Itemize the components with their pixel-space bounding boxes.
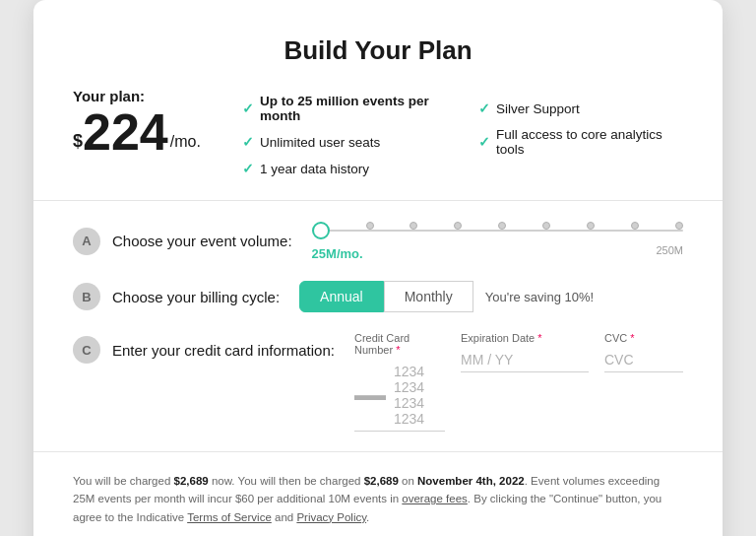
check-icon: ✓ bbox=[242, 134, 254, 150]
required-star: * bbox=[396, 344, 400, 356]
price-amount: 224 bbox=[83, 106, 168, 158]
section-c-label-group: C Enter your credit card information: bbox=[73, 332, 335, 364]
step-badge-a: A bbox=[73, 228, 100, 255]
billing-annual-button[interactable]: Annual bbox=[299, 281, 384, 312]
step-badge-b: B bbox=[73, 283, 100, 310]
feature-text: 1 year data history bbox=[260, 162, 369, 176]
slider-dot-5[interactable] bbox=[542, 222, 550, 230]
slider-dot-1[interactable] bbox=[366, 222, 374, 230]
feature-item: ✓ Unlimited user seats bbox=[242, 127, 447, 157]
slider-dot-4[interactable] bbox=[498, 222, 506, 230]
section-divider bbox=[33, 200, 723, 201]
cc-number-placeholder: 1234 1234 1234 1234 bbox=[394, 364, 445, 427]
event-volume-label: Choose your event volume: bbox=[112, 233, 292, 249]
event-volume-section: A Choose your event volume: bbox=[73, 221, 683, 261]
event-volume-slider[interactable]: 25M/mo. 250M bbox=[312, 221, 683, 261]
required-star: * bbox=[537, 332, 541, 344]
terms-of-service-link[interactable]: Terms of Service bbox=[187, 511, 272, 523]
slider-dot-2[interactable] bbox=[410, 222, 417, 230]
billing-toggle: Annual Monthly You're saving 10%! bbox=[299, 281, 594, 312]
currency-symbol: $ bbox=[73, 132, 83, 150]
cc-cvc-label: CVC * bbox=[604, 332, 683, 344]
feature-item: ✓ Full access to core analytics tools bbox=[478, 127, 683, 157]
feature-text: Silver Support bbox=[496, 101, 580, 116]
plan-features: ✓ Up to 25 million events per month ✓ Si… bbox=[242, 88, 683, 176]
slider-dot-8[interactable] bbox=[675, 222, 683, 230]
credit-card-label: Enter your credit card information: bbox=[112, 342, 335, 359]
plan-label: Your plan: bbox=[73, 88, 211, 104]
step-badge-c: C bbox=[73, 336, 100, 364]
slider-dot-3[interactable] bbox=[454, 222, 462, 230]
cc-expiration-group: Expiration Date * MM / YY bbox=[461, 332, 589, 432]
plan-price: $ 224 /mo. bbox=[73, 106, 211, 158]
billing-cycle-section: B Choose your billing cycle: Annual Mont… bbox=[73, 281, 683, 312]
billing-cycle-label: Choose your billing cycle: bbox=[112, 289, 280, 305]
feature-text: Unlimited user seats bbox=[260, 135, 380, 150]
cc-number-label: Credit Card Number * bbox=[354, 332, 445, 356]
cc-fields-container: Credit Card Number * ▬▬ 1234 1234 1234 1… bbox=[354, 332, 683, 432]
cc-exp-label: Expiration Date * bbox=[461, 332, 589, 344]
feature-text: Up to 25 million events per month bbox=[260, 94, 447, 123]
cc-number-input[interactable]: ▬▬ 1234 1234 1234 1234 bbox=[354, 360, 445, 432]
privacy-policy-link[interactable]: Privacy Policy bbox=[296, 511, 366, 523]
cc-exp-placeholder: MM / YY bbox=[461, 352, 513, 368]
slider-dot-6[interactable] bbox=[587, 222, 595, 230]
notice-text: You will be charged $2,689 now. You will… bbox=[73, 472, 683, 526]
price-period: /mo. bbox=[170, 134, 201, 150]
saving-badge: You're saving 10%! bbox=[485, 290, 594, 304]
plan-price-block: Your plan: $ 224 /mo. bbox=[73, 88, 211, 158]
check-icon: ✓ bbox=[478, 134, 490, 150]
required-star: * bbox=[630, 332, 634, 344]
feature-text: Full access to core analytics tools bbox=[496, 127, 683, 157]
plan-summary: Your plan: $ 224 /mo. ✓ Up to 25 million… bbox=[73, 88, 683, 176]
section-a-label-group: A Choose your event volume: bbox=[73, 228, 292, 255]
section-b-label-group: B Choose your billing cycle: bbox=[73, 283, 280, 310]
billing-monthly-button[interactable]: Monthly bbox=[384, 281, 473, 312]
credit-card-icon: ▬▬ bbox=[354, 386, 386, 404]
cc-cvc-input[interactable]: CVC bbox=[604, 348, 683, 372]
feature-item: ✓ 1 year data history bbox=[242, 161, 447, 176]
credit-card-section: C Enter your credit card information: Cr… bbox=[73, 332, 683, 432]
check-icon: ✓ bbox=[242, 100, 254, 116]
cc-number-group: Credit Card Number * ▬▬ 1234 1234 1234 1… bbox=[354, 332, 445, 432]
slider-dot-7[interactable] bbox=[631, 222, 639, 230]
feature-item: ✓ Silver Support bbox=[478, 94, 683, 123]
slider-max-label: 250M bbox=[656, 244, 683, 256]
bottom-divider bbox=[33, 451, 723, 452]
overage-fees-link[interactable]: overage fees bbox=[402, 493, 468, 504]
build-your-plan-modal: Build Your Plan Your plan: $ 224 /mo. ✓ … bbox=[33, 0, 723, 536]
slider-track-wrapper[interactable] bbox=[312, 221, 683, 240]
check-icon: ✓ bbox=[478, 100, 490, 116]
slider-dots bbox=[312, 222, 683, 239]
modal-title: Build Your Plan bbox=[73, 35, 683, 66]
slider-current-value: 25M/mo. bbox=[312, 246, 363, 261]
cc-cvc-group: CVC * CVC bbox=[604, 332, 683, 432]
slider-track bbox=[312, 230, 683, 232]
check-icon: ✓ bbox=[242, 161, 254, 176]
cc-exp-input[interactable]: MM / YY bbox=[461, 348, 589, 372]
slider-dot-0[interactable] bbox=[312, 222, 330, 239]
feature-item: ✓ Up to 25 million events per month bbox=[242, 94, 447, 123]
cc-cvc-placeholder: CVC bbox=[604, 352, 634, 368]
cc-fields: Credit Card Number * ▬▬ 1234 1234 1234 1… bbox=[354, 332, 683, 432]
